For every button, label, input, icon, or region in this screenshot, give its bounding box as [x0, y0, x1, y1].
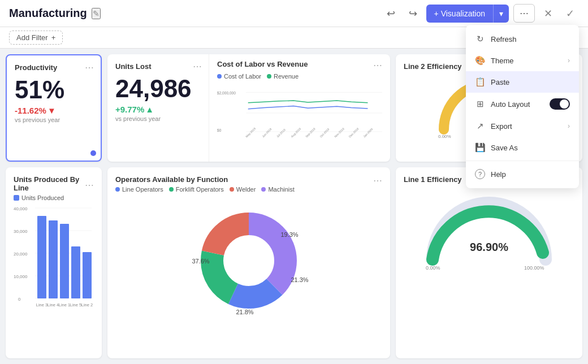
check-button[interactable]: ✓ — [561, 5, 579, 22]
export-chevron-icon: › — [568, 122, 570, 130]
menu-auto-layout-label: Auto Layout — [491, 100, 530, 109]
svg-text:Aug-2019: Aug-2019 — [290, 127, 301, 138]
theme-icon: 🎨 — [475, 55, 485, 66]
svg-text:Line 3: Line 3 — [36, 302, 47, 307]
productivity-change: -11.62% ▼ — [15, 106, 93, 115]
header-right: ↩ ↪ + Visualization ▾ ⋯ ✕ ✓ — [382, 4, 579, 23]
svg-rect-29 — [60, 224, 69, 298]
bottom-row: Units Produced By Line ⋯ Units Produced … — [6, 167, 582, 358]
menu-item-auto-layout[interactable]: ⊞ Auto Layout — [466, 93, 579, 115]
units-produced-chart: 40,000 30,000 20,000 10,000 0 Line 3 — [14, 203, 93, 317]
close-button[interactable]: ✕ — [539, 5, 557, 22]
operators-title: Operators Available by Function — [115, 175, 228, 184]
units-lost-menu[interactable]: ⋯ — [193, 61, 202, 72]
menu-item-paste[interactable]: 📋 Paste — [466, 71, 579, 93]
undo-button[interactable]: ↩ — [382, 5, 400, 22]
units-produced-title: Units Produced By Line — [14, 175, 85, 192]
svg-text:Jun-2019: Jun-2019 — [261, 127, 272, 138]
svg-text:Line 1: Line 1 — [59, 302, 70, 307]
svg-text:100.00%: 100.00% — [524, 265, 544, 271]
menu-export-label: Export — [491, 122, 512, 131]
svg-text:Oct-2019: Oct-2019 — [319, 127, 330, 138]
units-lost-card: Units Lost ⋯ 24,986 +9.77% ▲ vs previous… — [107, 54, 209, 162]
menu-help-label: Help — [491, 170, 506, 179]
menu-theme-label: Theme — [491, 57, 513, 65]
units-produced-menu[interactable]: ⋯ — [85, 180, 94, 190]
svg-text:30,000: 30,000 — [14, 229, 28, 234]
svg-text:21.8%: 21.8% — [236, 309, 253, 315]
svg-text:$2,000,000: $2,000,000 — [217, 91, 236, 95]
svg-text:10,000: 10,000 — [14, 274, 28, 279]
toggle-knob — [560, 99, 569, 109]
menu-item-save-as[interactable]: 💾 Save As — [466, 137, 579, 158]
paste-icon: 📋 — [475, 77, 485, 87]
header-left: Manufacturing ✎ — [9, 7, 101, 20]
theme-chevron-icon: › — [568, 57, 570, 64]
visualization-dropdown-arrow[interactable]: ▾ — [493, 5, 509, 23]
svg-text:Jan-2020: Jan-2020 — [362, 127, 373, 138]
operators-legend: Line Operators Forklift Operators Welder… — [115, 186, 382, 193]
legend-revenue-dot — [267, 74, 271, 79]
operators-menu[interactable]: ⋯ — [373, 175, 382, 186]
legend-cost: Cost of Labor — [217, 73, 261, 80]
legend-cost-label: Cost of Labor — [224, 73, 261, 80]
svg-text:96.90%: 96.90% — [470, 241, 508, 253]
units-lost-title: Units Lost — [115, 62, 201, 71]
edit-button[interactable]: ✎ — [92, 8, 101, 19]
menu-item-help[interactable]: ? Help — [466, 163, 579, 185]
svg-text:Line 2: Line 2 — [81, 302, 93, 307]
line1-title: Line 1 Efficiency — [404, 175, 462, 184]
menu-item-theme[interactable]: 🎨 Theme › — [466, 50, 579, 71]
units-produced-card: Units Produced By Line ⋯ Units Produced … — [6, 167, 102, 358]
add-filter-label: Add Filter — [16, 33, 48, 42]
svg-text:Dec-2019: Dec-2019 — [348, 127, 360, 138]
svg-text:19.3%: 19.3% — [280, 231, 298, 238]
productivity-menu[interactable]: ⋯ — [85, 62, 94, 73]
visualization-button[interactable]: + Visualization ▾ — [426, 5, 509, 23]
productivity-card: Productivity ⋯ 51% -11.62% ▼ vs previous… — [6, 54, 102, 162]
add-filter-plus: + — [51, 33, 56, 42]
svg-text:Jul-2019: Jul-2019 — [276, 128, 286, 138]
more-button[interactable]: ⋯ — [513, 4, 535, 23]
svg-text:0: 0 — [18, 297, 21, 302]
svg-rect-28 — [49, 220, 58, 298]
svg-text:Sep-2019: Sep-2019 — [305, 127, 316, 138]
units-produced-legend-label: Units Produced — [21, 194, 64, 201]
dropdown-menu: ↻ Refresh 🎨 Theme › 📋 Paste ⊞ Auto Layou… — [466, 25, 579, 188]
units-cost-container: Units Lost ⋯ 24,986 +9.77% ▲ vs previous… — [107, 54, 390, 162]
cost-labor-legend: Cost of Labor Revenue — [217, 73, 382, 80]
svg-text:Nov-2019: Nov-2019 — [334, 127, 345, 138]
redo-button[interactable]: ↪ — [404, 5, 422, 22]
svg-text:May-2019: May-2019 — [245, 127, 256, 138]
productivity-indicator — [90, 150, 96, 156]
svg-text:40,000: 40,000 — [14, 206, 28, 211]
line1-gauge: 0.00% 100.00% 96.90% — [416, 186, 563, 276]
svg-text:$0: $0 — [217, 128, 222, 132]
menu-item-export[interactable]: ↗ Export › — [466, 115, 579, 137]
operators-card: Operators Available by Function ⋯ Line O… — [107, 167, 390, 358]
operators-donut: 19.3% 21.3% 21.8% 37.6% — [181, 198, 317, 323]
cost-labor-chart: $2,000,000 $0 May-2019 Jun-2019 Jul-2019… — [217, 82, 382, 144]
add-filter-button[interactable]: Add Filter + — [9, 31, 63, 45]
svg-text:0.00%: 0.00% — [438, 134, 451, 139]
export-icon: ↗ — [475, 121, 485, 131]
cost-labor-card: Cost of Labor vs Revenue ⋯ Cost of Labor… — [209, 54, 390, 162]
menu-item-refresh[interactable]: ↻ Refresh — [466, 28, 579, 50]
menu-refresh-label: Refresh — [491, 35, 517, 44]
visualization-label[interactable]: + Visualization — [426, 5, 493, 23]
help-icon: ? — [475, 169, 485, 179]
legend-cost-dot — [217, 74, 222, 79]
menu-save-as-label: Save As — [491, 144, 518, 152]
auto-layout-toggle[interactable] — [550, 98, 570, 110]
svg-text:0.00%: 0.00% — [426, 265, 440, 271]
cost-labor-title: Cost of Labor vs Revenue — [217, 60, 308, 68]
legend-revenue: Revenue — [267, 73, 299, 80]
svg-rect-31 — [83, 252, 92, 298]
auto-layout-icon: ⊞ — [475, 99, 485, 109]
svg-text:21.3%: 21.3% — [291, 276, 308, 283]
svg-rect-30 — [71, 246, 80, 298]
page-title: Manufacturing — [9, 7, 87, 20]
cost-labor-menu[interactable]: ⋯ — [373, 60, 382, 71]
save-as-icon: 💾 — [475, 142, 485, 153]
svg-point-41 — [224, 236, 274, 285]
